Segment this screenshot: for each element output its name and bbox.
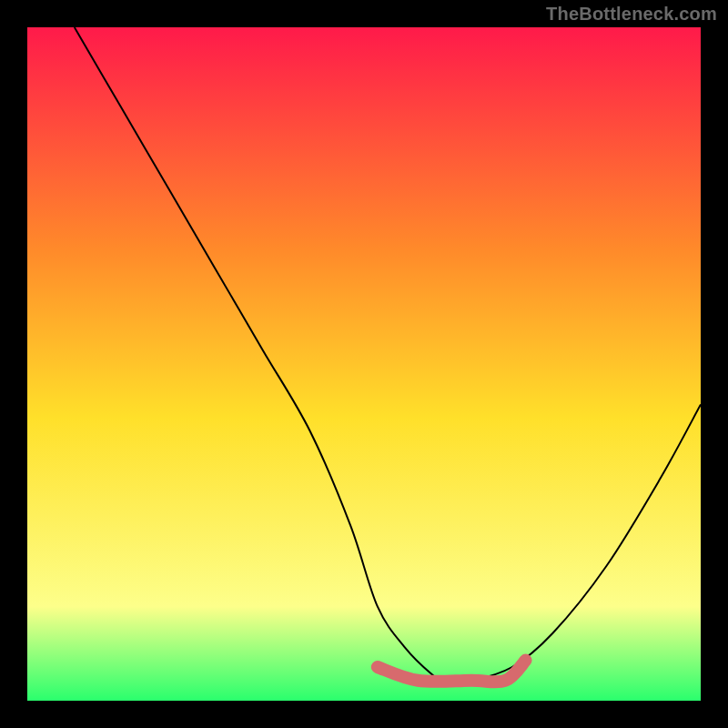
plot-area <box>27 27 701 701</box>
chart-svg <box>27 27 701 701</box>
gradient-bg <box>27 27 701 701</box>
watermark-text: TheBottleneck.com <box>546 4 717 25</box>
chart-frame: TheBottleneck.com <box>0 0 728 728</box>
